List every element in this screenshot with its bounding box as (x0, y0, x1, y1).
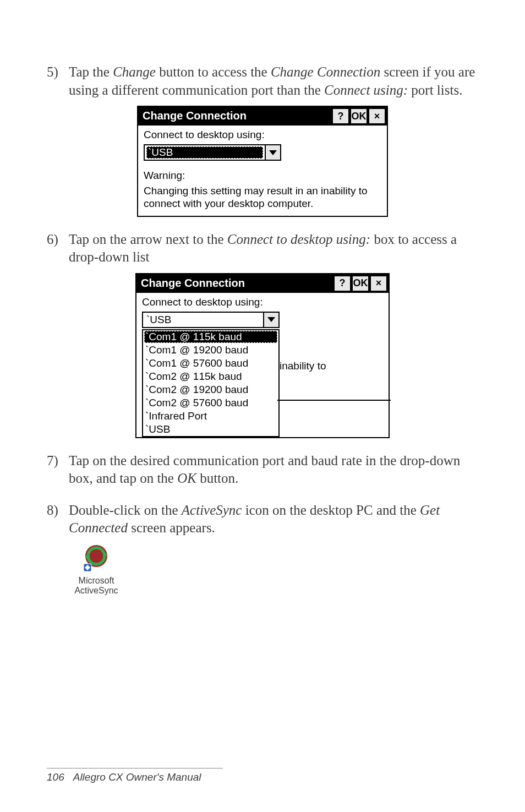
titlebar: Change Connection ? OK × (138, 107, 387, 126)
close-button[interactable]: × (369, 108, 385, 124)
dialog-title: Change Connection (138, 107, 331, 126)
option-com1-19200[interactable]: `Com1 @ 19200 baud (143, 344, 278, 357)
connect-label: Connect to desktop using: (142, 296, 383, 308)
step-5-number: 5) (47, 63, 69, 81)
option-com1-115k[interactable]: `Com1 @ 115k baud (143, 330, 278, 344)
step-8: 8)Double-click on the ActiveSync icon on… (69, 502, 478, 537)
ok-button[interactable]: OK (352, 276, 369, 291)
page-footer: 106Allegro CX Owner's Manual (47, 768, 223, 783)
change-connection-dialog-1: Change Connection ? OK × Connect to desk… (137, 106, 388, 217)
step-7: 7)Tap on the desired communication port … (69, 452, 478, 488)
option-com2-19200[interactable]: `Com2 @ 19200 baud (143, 383, 278, 396)
page-number: 106 (47, 771, 64, 783)
activesync-label-1: Microsoft (69, 576, 124, 586)
step-7-number: 7) (47, 452, 69, 470)
connect-combo[interactable]: `USB (142, 312, 280, 328)
chevron-down-icon (269, 150, 277, 155)
option-com1-57600[interactable]: `Com1 @ 57600 baud (143, 357, 278, 370)
option-infrared[interactable]: `Infrared Port (143, 410, 278, 423)
connect-label: Connect to desktop using: (144, 129, 381, 141)
step-6: 6)Tap on the arrow next to the Connect t… (69, 231, 478, 266)
warning-text: Changing this setting may result in an i… (144, 185, 381, 210)
ok-button[interactable]: OK (351, 108, 367, 124)
activesync-icon-block[interactable]: Microsoft ActiveSync (69, 544, 124, 596)
warning-heading: Warning: (144, 170, 381, 182)
chevron-down-icon (267, 317, 275, 322)
warning-partial-text: inability to (280, 360, 326, 372)
option-com2-57600[interactable]: `Com2 @ 57600 baud (143, 396, 278, 410)
titlebar: Change Connection ? OK × (136, 274, 389, 293)
step-5: 5)Tap the Change button to access the Ch… (69, 63, 478, 99)
activesync-label-2: ActiveSync (69, 586, 124, 596)
combo-dropdown-button[interactable] (263, 313, 278, 327)
connect-options-list[interactable]: `Com1 @ 115k baud `Com1 @ 19200 baud `Co… (142, 329, 280, 437)
step-8-number: 8) (47, 502, 69, 520)
combo-value: `USB (146, 314, 171, 326)
step-6-number: 6) (47, 231, 69, 249)
activesync-icon (80, 544, 112, 574)
help-button[interactable]: ? (334, 276, 351, 291)
dialog-title: Change Connection (136, 274, 332, 293)
combo-dropdown-button[interactable] (265, 145, 280, 160)
book-title: Allegro CX Owner's Manual (73, 771, 201, 783)
combo-value: `USB (148, 146, 173, 159)
option-usb[interactable]: `USB (143, 423, 278, 436)
option-com2-115k[interactable]: `Com2 @ 115k baud (143, 370, 278, 383)
change-connection-dialog-2: Change Connection ? OK × Connect to desk… (135, 273, 390, 438)
connect-combo[interactable]: `USB (144, 144, 281, 161)
help-button[interactable]: ? (332, 108, 349, 124)
close-button[interactable]: × (370, 276, 387, 291)
